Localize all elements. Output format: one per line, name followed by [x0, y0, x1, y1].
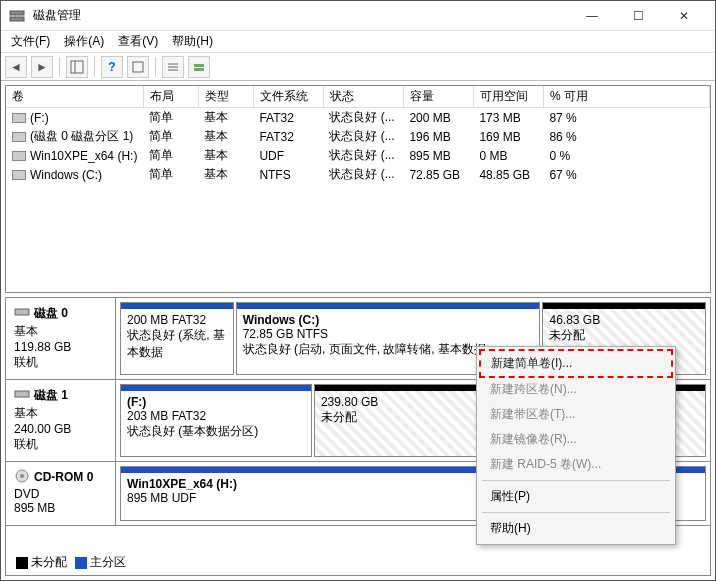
app-icon	[9, 8, 25, 24]
col-free[interactable]: 可用空间	[473, 86, 543, 108]
volume-icon	[12, 113, 26, 123]
col-fs[interactable]: 文件系统	[253, 86, 323, 108]
menu-help[interactable]: 帮助(H)	[166, 31, 219, 52]
col-volume[interactable]: 卷	[6, 86, 143, 108]
table-row[interactable]: Win10XPE_x64 (H:)简单基本UDF状态良好 (...895 MB0…	[6, 146, 710, 165]
svg-point-13	[20, 474, 24, 478]
close-button[interactable]: ✕	[661, 2, 707, 30]
table-row[interactable]: (F:)简单基本FAT32状态良好 (...200 MB173 MB87 %	[6, 108, 710, 128]
minimize-button[interactable]: —	[569, 2, 615, 30]
back-button[interactable]: ◄	[5, 56, 27, 78]
disk-info[interactable]: CD-ROM 0DVD895 MB	[6, 462, 116, 525]
col-status[interactable]: 状态	[323, 86, 403, 108]
disk-info[interactable]: 磁盘 1基本240.00 GB联机	[6, 380, 116, 461]
menu-help[interactable]: 帮助(H)	[480, 516, 672, 541]
col-layout[interactable]: 布局	[143, 86, 198, 108]
volume-list-pane: 卷 布局 类型 文件系统 状态 容量 可用空间 % 可用 (F:)简单基本FAT…	[5, 85, 711, 293]
legend-unallocated: 未分配	[31, 555, 67, 569]
forward-button[interactable]: ►	[31, 56, 53, 78]
svg-rect-9	[194, 68, 204, 71]
list-view-button[interactable]	[162, 56, 184, 78]
col-capacity[interactable]: 容量	[403, 86, 473, 108]
svg-rect-11	[15, 391, 29, 397]
menu-action[interactable]: 操作(A)	[58, 31, 110, 52]
disk-icon	[14, 304, 30, 323]
window-title: 磁盘管理	[33, 7, 569, 24]
refresh-button[interactable]	[127, 56, 149, 78]
disk-icon	[14, 386, 30, 405]
svg-rect-8	[194, 64, 204, 67]
svg-rect-0	[10, 11, 24, 15]
disk-management-window: 磁盘管理 — ☐ ✕ 文件(F) 操作(A) 查看(V) 帮助(H) ◄ ► ?…	[0, 0, 716, 581]
volume-icon	[12, 151, 26, 161]
menu-new-raid5-volume[interactable]: 新建 RAID-5 卷(W)...	[480, 452, 672, 477]
toolbar: ◄ ► ?	[1, 53, 715, 81]
disk-info[interactable]: 磁盘 0基本119.88 GB联机	[6, 298, 116, 379]
help-button[interactable]: ?	[101, 56, 123, 78]
legend: 未分配 主分区	[12, 552, 130, 573]
menu-new-simple-volume[interactable]: 新建简单卷(I)...	[479, 349, 673, 378]
title-bar: 磁盘管理 — ☐ ✕	[1, 1, 715, 31]
menu-view[interactable]: 查看(V)	[112, 31, 164, 52]
menu-new-striped-volume[interactable]: 新建带区卷(T)...	[480, 402, 672, 427]
menu-new-spanned-volume[interactable]: 新建跨区卷(N)...	[480, 377, 672, 402]
svg-rect-4	[133, 62, 143, 72]
show-hide-button[interactable]	[66, 56, 88, 78]
context-menu: 新建简单卷(I)... 新建跨区卷(N)... 新建带区卷(T)... 新建镜像…	[476, 346, 676, 545]
partition-primary[interactable]: (F:)203 MB FAT32状态良好 (基本数据分区)	[120, 384, 312, 457]
volume-icon	[12, 132, 26, 142]
volume-table[interactable]: 卷 布局 类型 文件系统 状态 容量 可用空间 % 可用 (F:)简单基本FAT…	[6, 86, 710, 184]
volume-icon	[12, 170, 26, 180]
table-row[interactable]: Windows (C:)简单基本NTFS状态良好 (...72.85 GB48.…	[6, 165, 710, 184]
table-row[interactable]: (磁盘 0 磁盘分区 1)简单基本FAT32状态良好 (...196 MB169…	[6, 127, 710, 146]
col-pctfree[interactable]: % 可用	[543, 86, 709, 108]
svg-rect-2	[71, 61, 83, 73]
legend-primary: 主分区	[90, 555, 126, 569]
menu-new-mirrored-volume[interactable]: 新建镜像卷(R)...	[480, 427, 672, 452]
svg-rect-1	[10, 17, 24, 21]
col-type[interactable]: 类型	[198, 86, 253, 108]
graphical-view-button[interactable]	[188, 56, 210, 78]
disk-icon	[14, 468, 30, 487]
svg-rect-10	[15, 309, 29, 315]
maximize-button[interactable]: ☐	[615, 2, 661, 30]
partition-primary[interactable]: 200 MB FAT32状态良好 (系统, 基本数据	[120, 302, 234, 375]
menu-properties[interactable]: 属性(P)	[480, 484, 672, 509]
menu-bar: 文件(F) 操作(A) 查看(V) 帮助(H)	[1, 31, 715, 53]
menu-file[interactable]: 文件(F)	[5, 31, 56, 52]
